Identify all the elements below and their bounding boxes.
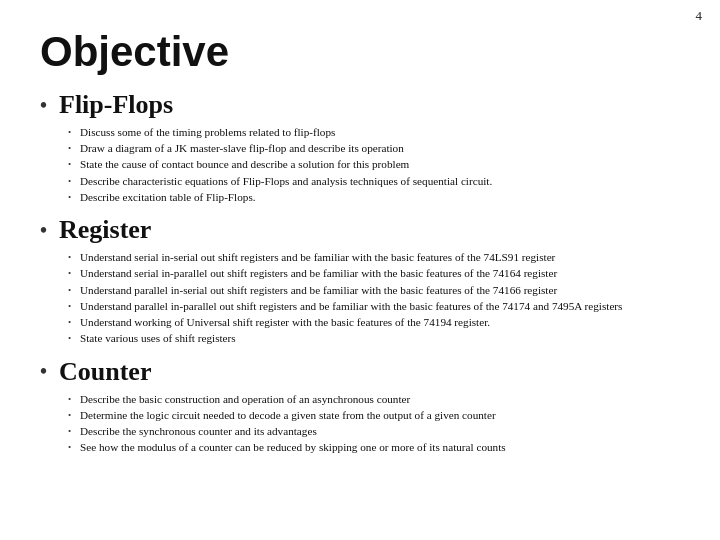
flip-flops-item-5: Describe excitation table of Flip-Flops. (80, 189, 680, 205)
register-item-4: Understand parallel in-parallel out shif… (80, 298, 680, 314)
flip-flops-items: • Discuss some of the timing problems re… (68, 124, 680, 205)
register-item-3: Understand parallel in-serial out shift … (80, 282, 680, 298)
list-item: • Describe the basic construction and op… (68, 391, 680, 407)
register-item-1: Understand serial in-serial out shift re… (80, 249, 680, 265)
list-item: • Understand working of Universal shift … (68, 314, 680, 330)
sub-bullet: • (68, 284, 76, 297)
sub-bullet: • (68, 393, 76, 406)
list-item: • State the cause of contact bounce and … (68, 156, 680, 172)
list-item: • Describe the synchronous counter and i… (68, 423, 680, 439)
list-item: • Understand parallel in-parallel out sh… (68, 298, 680, 314)
register-items: • Understand serial in-serial out shift … (68, 249, 680, 346)
section-header-counter: • Counter (40, 357, 680, 387)
register-item-6: State various uses of shift registers (80, 330, 680, 346)
list-item: • State various uses of shift registers (68, 330, 680, 346)
sub-bullet: • (68, 158, 76, 171)
sub-bullet: • (68, 425, 76, 438)
list-item: • Determine the logic circuit needed to … (68, 407, 680, 423)
list-item: • Discuss some of the timing problems re… (68, 124, 680, 140)
page-title: Objective (40, 28, 680, 76)
sub-bullet: • (68, 332, 76, 345)
section-register: • Register • Understand serial in-serial… (40, 215, 680, 346)
sub-bullet: • (68, 316, 76, 329)
counter-item-3: Describe the synchronous counter and its… (80, 423, 680, 439)
counter-item-2: Determine the logic circuit needed to de… (80, 407, 680, 423)
bullet-dot-flip-flops: • (40, 94, 47, 117)
list-item: • See how the modulus of a counter can b… (68, 439, 680, 455)
sub-bullet: • (68, 409, 76, 422)
sub-bullet: • (68, 126, 76, 139)
flip-flops-item-2: Draw a diagram of a JK master-slave flip… (80, 140, 680, 156)
flip-flops-item-4: Describe characteristic equations of Fli… (80, 173, 680, 189)
counter-items: • Describe the basic construction and op… (68, 391, 680, 456)
bullet-dot-counter: • (40, 360, 47, 383)
section-header-register: • Register (40, 215, 680, 245)
section-title-register: Register (59, 215, 151, 245)
sub-bullet: • (68, 251, 76, 264)
flip-flops-item-1: Discuss some of the timing problems rela… (80, 124, 680, 140)
section-flip-flops: • Flip-Flops • Discuss some of the timin… (40, 90, 680, 205)
register-item-2: Understand serial in-parallel out shift … (80, 265, 680, 281)
section-title-flip-flops: Flip-Flops (59, 90, 173, 120)
sub-bullet: • (68, 142, 76, 155)
section-header-flip-flops: • Flip-Flops (40, 90, 680, 120)
page-content: Objective • Flip-Flops • Discuss some of… (0, 0, 720, 486)
list-item: • Understand serial in-parallel out shif… (68, 265, 680, 281)
flip-flops-item-3: State the cause of contact bounce and de… (80, 156, 680, 172)
list-item: • Describe excitation table of Flip-Flop… (68, 189, 680, 205)
bullet-dot-register: • (40, 219, 47, 242)
list-item: • Understand parallel in-serial out shif… (68, 282, 680, 298)
list-item: • Describe characteristic equations of F… (68, 173, 680, 189)
list-item: • Understand serial in-serial out shift … (68, 249, 680, 265)
page-number: 4 (696, 8, 703, 24)
sub-bullet: • (68, 175, 76, 188)
list-item: • Draw a diagram of a JK master-slave fl… (68, 140, 680, 156)
sub-bullet: • (68, 267, 76, 280)
sub-bullet: • (68, 191, 76, 204)
section-counter: • Counter • Describe the basic construct… (40, 357, 680, 456)
sub-bullet: • (68, 300, 76, 313)
register-item-5: Understand working of Universal shift re… (80, 314, 680, 330)
section-title-counter: Counter (59, 357, 151, 387)
sub-bullet: • (68, 441, 76, 454)
counter-item-4: See how the modulus of a counter can be … (80, 439, 680, 455)
counter-item-1: Describe the basic construction and oper… (80, 391, 680, 407)
